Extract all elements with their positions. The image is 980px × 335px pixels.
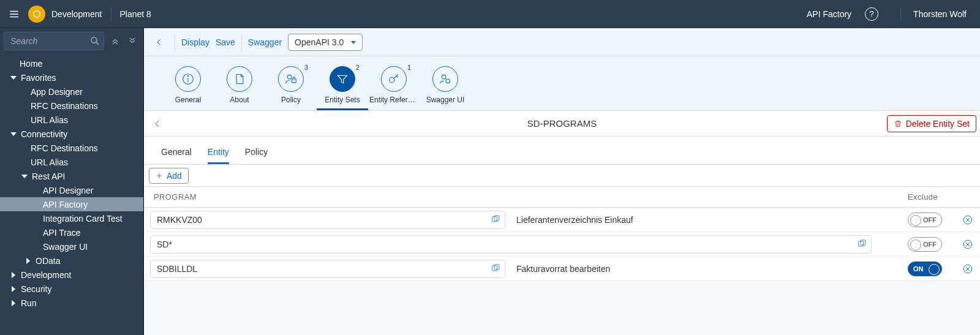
main-panel: Display Save Swagger OpenAPI 3.0 General… [144, 28, 980, 335]
svg-rect-15 [292, 79, 296, 83]
svg-marker-8 [12, 286, 15, 292]
tree-fav-urlalias[interactable]: URL Alias [0, 113, 143, 127]
entity-refs-badge: 1 [407, 64, 411, 71]
svg-rect-33 [494, 265, 499, 269]
tree-swagger-ui[interactable]: Swagger UI [0, 239, 143, 254]
delete-row-button[interactable] [956, 214, 980, 225]
action-bar-divider [175, 34, 175, 50]
top-bar: Development Planet 8 API Factory ? Thors… [0, 0, 980, 28]
exclude-switch[interactable]: OFF [908, 237, 942, 252]
sidebar: Home Favorites App Designer RFC Destinat… [0, 28, 144, 335]
value-help-icon[interactable] [857, 239, 868, 250]
tree-connectivity[interactable]: Connectivity [0, 127, 143, 141]
delete-row-button[interactable] [956, 263, 980, 274]
tree-conn-rfc[interactable]: RFC Destinations [0, 141, 143, 155]
delete-entity-set-button[interactable]: Delete Entity Set [887, 115, 976, 132]
entity-back-button[interactable] [144, 119, 171, 128]
svg-point-18 [442, 75, 446, 79]
caret-down-icon [21, 173, 28, 179]
svg-rect-32 [492, 266, 497, 271]
display-button[interactable]: Display [181, 37, 209, 47]
svg-marker-5 [21, 175, 28, 178]
hamburger-icon[interactable] [0, 9, 28, 20]
tree-api-trace[interactable]: API Trace [0, 225, 143, 239]
section-nav: General About 3 Policy 2 Entity Sets 1 E… [144, 56, 980, 111]
tab-policy[interactable]: Policy [245, 147, 268, 164]
program-description: Lieferantenverzeichnis Einkauf [511, 215, 908, 225]
tree-conn-urlalias[interactable]: URL Alias [0, 155, 143, 169]
app-title: API Factory [807, 9, 851, 19]
section-general[interactable]: General [162, 66, 214, 110]
entity-tabs: General Entity Policy [144, 137, 980, 165]
tree-integration-card-test[interactable]: Integration Card Test [0, 211, 143, 225]
col-header-program: PROGRAM [144, 192, 511, 201]
section-swagger-ui[interactable]: Swagger UI [420, 66, 471, 110]
collapse-all-icon[interactable] [126, 35, 138, 47]
tab-entity[interactable]: Entity [208, 147, 229, 164]
column-headers: PROGRAM Exclude [144, 187, 980, 208]
plus-icon [156, 172, 163, 179]
section-about[interactable]: About [214, 66, 265, 110]
caret-right-icon [10, 272, 17, 278]
svg-marker-10 [351, 41, 356, 44]
save-button[interactable]: Save [216, 37, 235, 47]
svg-point-17 [390, 78, 394, 83]
table-row: Lieferantenverzeichnis EinkaufOFF [144, 208, 980, 232]
trash-icon [894, 119, 902, 128]
breadcrumb-planet8[interactable]: Planet 8 [120, 9, 151, 19]
delete-row-button[interactable] [956, 239, 980, 250]
tree-security[interactable]: Security [0, 282, 143, 296]
exclude-switch[interactable]: OFF [908, 213, 942, 227]
entity-set-title: SD-PROGRAMS [527, 118, 597, 129]
spec-version-label: OpenAPI 3.0 [295, 37, 344, 47]
svg-rect-27 [859, 241, 864, 246]
section-entity-references[interactable]: 1 Entity Refere… [368, 66, 420, 110]
tree-odata[interactable]: OData [0, 254, 143, 268]
nav-back-button[interactable] [150, 33, 168, 51]
program-input[interactable] [150, 211, 505, 229]
svg-point-14 [287, 75, 292, 79]
tree-development[interactable]: Development [0, 268, 143, 282]
tree-api-factory[interactable]: API Factory [0, 197, 143, 211]
svg-point-1 [91, 37, 97, 43]
svg-marker-4 [10, 132, 17, 136]
spec-version-select[interactable]: OpenAPI 3.0 [288, 34, 363, 51]
user-lock-icon [285, 73, 297, 85]
program-input[interactable] [150, 260, 505, 278]
tree-api-designer[interactable]: API Designer [0, 183, 143, 197]
app-logo[interactable] [28, 6, 45, 23]
help-icon[interactable]: ? [865, 7, 878, 21]
add-button[interactable]: Add [149, 168, 189, 184]
svg-point-13 [187, 75, 188, 76]
svg-rect-23 [494, 216, 499, 220]
svg-rect-22 [492, 217, 497, 222]
navigation-tree: Home Favorites App Designer RFC Destinat… [0, 54, 143, 335]
section-policy[interactable]: 3 Policy [265, 66, 317, 110]
tree-favorites-label: Favorites [21, 73, 56, 83]
svg-marker-7 [12, 272, 15, 278]
tree-run[interactable]: Run [0, 296, 143, 310]
expand-all-icon[interactable] [109, 35, 121, 47]
tab-general[interactable]: General [161, 147, 192, 164]
value-help-icon[interactable] [491, 214, 502, 225]
caret-down-icon [10, 75, 17, 81]
policy-badge: 3 [304, 64, 308, 71]
table-row: OFF [144, 232, 980, 257]
svg-marker-3 [10, 76, 17, 80]
tree-rest-api[interactable]: Rest API [0, 169, 143, 183]
tree-fav-app-designer[interactable]: App Designer [0, 85, 143, 99]
swagger-button[interactable]: Swagger [248, 37, 282, 47]
value-help-icon[interactable] [491, 263, 502, 274]
document-icon [233, 73, 246, 85]
exclude-switch[interactable]: ON [908, 262, 942, 276]
tree-home[interactable]: Home [0, 56, 143, 70]
program-input[interactable] [150, 235, 872, 254]
tree-favorites[interactable]: Favorites [0, 70, 143, 85]
breadcrumb-development[interactable]: Development [51, 9, 102, 19]
tree-fav-rfc[interactable]: RFC Destinations [0, 99, 143, 113]
table-row: Fakturavorrat bearbeitenON [144, 257, 980, 281]
svg-rect-28 [861, 240, 865, 245]
user-name[interactable]: Thorsten Wolf [913, 9, 967, 19]
section-entity-sets[interactable]: 2 Entity Sets [317, 66, 368, 110]
action-bar: Display Save Swagger OpenAPI 3.0 [144, 28, 980, 56]
